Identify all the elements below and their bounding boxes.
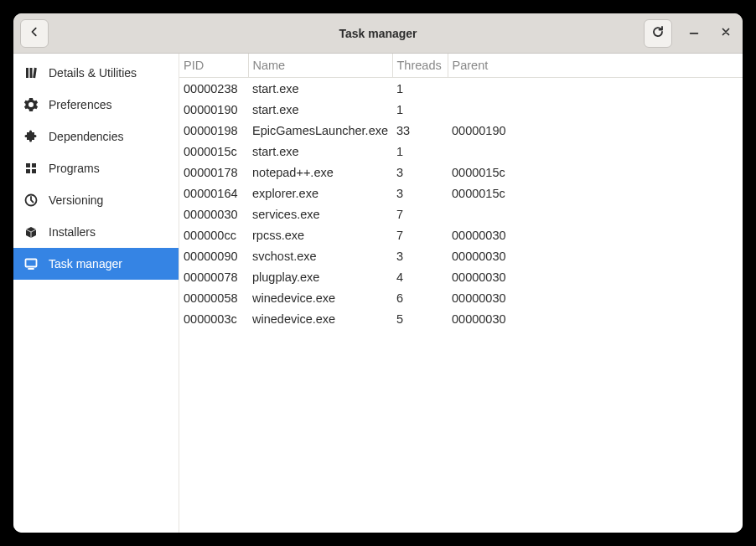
table-row[interactable]: 00000058winedevice.exe600000030 xyxy=(179,287,743,308)
column-header-name[interactable]: Name xyxy=(248,54,392,78)
table-row[interactable]: 00000178notepad++.exe30000015c xyxy=(179,162,743,183)
sidebar-item-label: Dependencies xyxy=(49,130,124,143)
cell-pid: 00000238 xyxy=(179,78,248,100)
cell-parent: 00000030 xyxy=(448,245,743,266)
sidebar-item-label: Preferences xyxy=(49,98,111,111)
cell-name: svchost.exe xyxy=(248,245,392,266)
process-table: PID Name Threads Parent 00000238start.ex… xyxy=(179,54,743,329)
cell-threads: 3 xyxy=(392,162,448,183)
table-row[interactable]: 0000015cstart.exe1 xyxy=(179,141,743,162)
cell-name: winedevice.exe xyxy=(248,287,392,308)
back-button[interactable] xyxy=(20,19,49,48)
cell-threads: 1 xyxy=(392,141,448,162)
cell-parent xyxy=(448,99,743,120)
table-row[interactable]: 00000030services.exe7 xyxy=(179,203,743,224)
sidebar-item-dependencies[interactable]: Dependencies xyxy=(13,121,179,152)
svg-rect-4 xyxy=(26,163,30,167)
column-header-pid[interactable]: PID xyxy=(179,54,248,78)
cell-threads: 7 xyxy=(392,203,448,224)
cell-name: winedevice.exe xyxy=(248,308,392,329)
cell-threads: 1 xyxy=(392,78,448,100)
cell-pid: 00000058 xyxy=(179,287,248,308)
table-row[interactable]: 00000164explorer.exe30000015c xyxy=(179,183,743,203)
cell-parent: 00000030 xyxy=(448,308,743,329)
table-row[interactable]: 00000190start.exe1 xyxy=(179,99,743,120)
close-button[interactable] xyxy=(716,23,736,44)
sidebar-item-details-utilities[interactable]: Details & Utilities xyxy=(13,57,179,89)
table-row[interactable]: 000000ccrpcss.exe700000030 xyxy=(179,224,743,245)
cell-threads: 3 xyxy=(392,183,448,203)
cell-pid: 00000178 xyxy=(179,162,248,183)
sidebar-item-label: Versioning xyxy=(49,193,103,207)
column-header-threads[interactable]: Threads xyxy=(392,54,448,78)
gear-icon xyxy=(23,97,39,112)
table-row[interactable]: 00000090svchost.exe300000030 xyxy=(179,245,743,266)
sidebar-item-label: Programs xyxy=(49,162,100,175)
svg-rect-9 xyxy=(26,260,37,267)
cell-name: services.exe xyxy=(248,203,392,224)
svg-rect-6 xyxy=(26,169,30,173)
sidebar-item-preferences[interactable]: Preferences xyxy=(13,89,179,121)
cell-name: rpcss.exe xyxy=(248,224,392,245)
cell-parent xyxy=(448,78,743,100)
cell-threads: 5 xyxy=(392,308,448,329)
grid-icon xyxy=(23,161,39,176)
main-panel: PID Name Threads Parent 00000238start.ex… xyxy=(179,54,743,533)
window-title: Task manager xyxy=(13,27,743,40)
cell-pid: 00000190 xyxy=(179,99,248,120)
cell-parent xyxy=(448,203,743,224)
sidebar-item-programs[interactable]: Programs xyxy=(13,152,179,184)
cell-pid: 00000198 xyxy=(179,120,248,141)
close-icon xyxy=(720,26,732,41)
refresh-button[interactable] xyxy=(644,19,672,48)
chevron-left-icon xyxy=(28,26,40,41)
cell-name: start.exe xyxy=(248,78,392,100)
svg-rect-3 xyxy=(33,68,37,78)
svg-rect-2 xyxy=(30,68,33,78)
cell-name: plugplay.exe xyxy=(248,266,392,287)
monitor-icon xyxy=(23,256,39,271)
minimize-button[interactable] xyxy=(684,23,704,44)
column-header-parent[interactable]: Parent xyxy=(448,54,743,78)
svg-rect-1 xyxy=(26,68,28,78)
titlebar: Task manager xyxy=(13,13,743,54)
details-icon xyxy=(23,65,39,80)
sidebar: Details & UtilitiesPreferencesDependenci… xyxy=(13,54,179,533)
table-row[interactable]: 0000003cwinedevice.exe500000030 xyxy=(179,308,743,329)
table-header-row: PID Name Threads Parent xyxy=(179,54,743,78)
cell-name: start.exe xyxy=(248,141,392,162)
sidebar-item-versioning[interactable]: Versioning xyxy=(13,184,179,216)
cell-name: notepad++.exe xyxy=(248,162,392,183)
minimize-icon xyxy=(688,26,700,41)
cell-threads: 3 xyxy=(392,245,448,266)
sidebar-item-task-manager[interactable]: Task manager xyxy=(13,248,179,280)
cell-pid: 00000164 xyxy=(179,183,248,203)
package-icon xyxy=(23,224,39,240)
clock-icon xyxy=(23,193,39,208)
cell-pid: 00000090 xyxy=(179,245,248,266)
cell-pid: 00000030 xyxy=(179,203,248,224)
cell-pid: 0000003c xyxy=(179,308,248,329)
cell-name: start.exe xyxy=(248,99,392,120)
cell-pid: 00000078 xyxy=(179,266,248,287)
svg-rect-5 xyxy=(32,163,36,167)
puzzle-icon xyxy=(23,129,39,144)
table-row[interactable]: 00000238start.exe1 xyxy=(179,78,743,100)
cell-parent: 00000030 xyxy=(448,266,743,287)
app-window: Task manager Details & UtilitiesPreferen… xyxy=(13,13,743,533)
cell-threads: 4 xyxy=(392,266,448,287)
sidebar-item-label: Installers xyxy=(49,225,96,239)
cell-pid: 0000015c xyxy=(179,141,248,162)
cell-parent: 0000015c xyxy=(448,183,743,203)
cell-threads: 6 xyxy=(392,287,448,308)
table-row[interactable]: 00000198EpicGamesLauncher.exe3300000190 xyxy=(179,120,743,141)
cell-threads: 33 xyxy=(392,120,448,141)
cell-pid: 000000cc xyxy=(179,224,248,245)
sidebar-item-label: Task manager xyxy=(49,257,122,270)
cell-parent: 00000030 xyxy=(448,224,743,245)
cell-threads: 7 xyxy=(392,224,448,245)
content-area: Details & UtilitiesPreferencesDependenci… xyxy=(13,54,743,533)
table-row[interactable]: 00000078plugplay.exe400000030 xyxy=(179,266,743,287)
refresh-icon xyxy=(651,25,665,42)
sidebar-item-installers[interactable]: Installers xyxy=(13,216,179,248)
